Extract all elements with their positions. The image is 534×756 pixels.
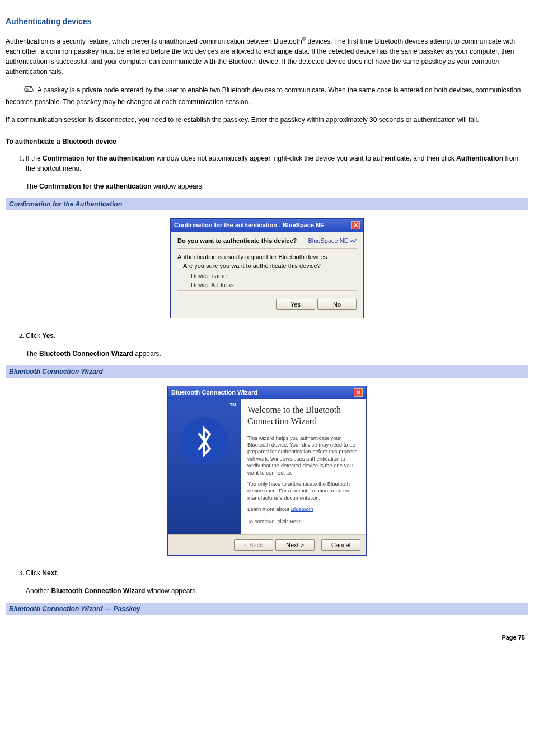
wizard-dialog: Bluetooth Connection Wizard ✕ TM Welcome… [167,386,367,556]
section-heading: Authenticating devices [6,17,528,26]
note-paragraph-1: A passkey is a private code entered by t… [6,84,528,107]
auth-info: Authentication is usually required for B… [177,253,357,260]
step1-text-a: If the [26,154,43,162]
step-3: Click Next. Another Bluetooth Connection… [26,568,528,596]
step2-text-a: Click [26,332,42,340]
step1-bold-2: Authentication [456,154,503,162]
auth-confirm-question: Are you sure you want to authenticate th… [183,262,357,269]
brand-wave-icon [350,237,357,244]
step-2: Click Yes. The Bluetooth Connection Wiza… [26,331,528,359]
wizard-p1: This wizard helps you authenticate your … [247,435,359,476]
step3-sub-c: window appears. [145,587,197,595]
step1-bold-1: Confirmation for the authentication [43,154,155,162]
tm-label: TM [229,402,236,407]
bluetooth-logo [180,417,228,466]
close-icon[interactable]: ✕ [351,221,360,229]
back-button: < Back [234,539,273,551]
device-name-label: Device name: [183,273,357,279]
brand-text: BlueSpace NE [308,237,348,244]
note-icon [22,84,35,97]
next-button[interactable]: Next > [275,539,315,551]
step3-text-c: . [57,569,58,577]
bluetooth-link[interactable]: Bluetooth [291,506,313,512]
intro-paragraph: Authentication is a security feature, wh… [6,36,528,77]
continue-text: To continue, click Next. [247,518,359,525]
device-address-label: Device Address: [183,281,357,288]
step3-sub-b: Bluetooth Connection Wizard [51,587,145,595]
step2-sub-c: appears. [133,350,161,358]
separator [177,248,357,249]
yes-button[interactable]: Yes [276,299,315,310]
dialog-titlebar: Confirmation for the authentication - Bl… [171,219,363,232]
close-icon[interactable]: ✕ [354,388,363,397]
cancel-button[interactable]: Cancel [321,539,360,551]
step1-text-c: window does not automatically appear, ri… [155,154,456,162]
step2-sub-a: The [26,350,39,358]
step3-text-a: Click [26,569,42,577]
auth-prompt: Do you want to authenticate this device? [177,237,297,244]
step1-sub-b: Confirmation for the authentication [39,182,152,190]
brand-label: BlueSpace NE [308,237,357,244]
figure-caption-3: Bluetooth Connection Wizard — Passkey [6,603,528,615]
note-paragraph-2: If a communication session is disconnect… [6,115,528,125]
separator [177,290,357,291]
bluetooth-icon [192,424,217,459]
wizard-sidebar: TM [168,399,241,534]
step-1: If the Confirmation for the authenticati… [26,153,528,191]
step3-bold: Next [42,569,57,577]
page-number: Page 75 [6,634,528,641]
dialog-title: Confirmation for the authentication - Bl… [174,222,324,228]
wizard-titlebar: Bluetooth Connection Wizard ✕ [168,386,366,399]
wizard-p2: You only have to authenticate the Blueto… [247,481,359,501]
figure-caption-2: Bluetooth Connection Wizard [6,365,528,378]
step2-bold: Yes [42,332,54,340]
step1-sub-a: The [26,182,39,190]
wizard-title: Bluetooth Connection Wizard [171,389,257,396]
figure-caption-1: Confirmation for the Authentication [6,198,528,210]
sub-heading: To authenticate a Bluetooth device [6,138,528,145]
note-text-1: A passkey is a private code entered by t… [6,86,521,106]
step1-sub-c: window appears. [152,182,204,190]
step3-sub-a: Another [26,587,51,595]
no-button[interactable]: No [317,299,357,310]
wizard-welcome: Welcome to the Bluetooth Connection Wiza… [247,405,359,427]
learn-text: Learn more about [247,506,291,512]
step2-sub-b: Bluetooth Connection Wizard [39,350,133,358]
step2-text-c: . [54,332,55,340]
intro-text-a: Authentication is a security feature, wh… [6,37,302,45]
confirmation-dialog: Confirmation for the authentication - Bl… [170,218,364,318]
